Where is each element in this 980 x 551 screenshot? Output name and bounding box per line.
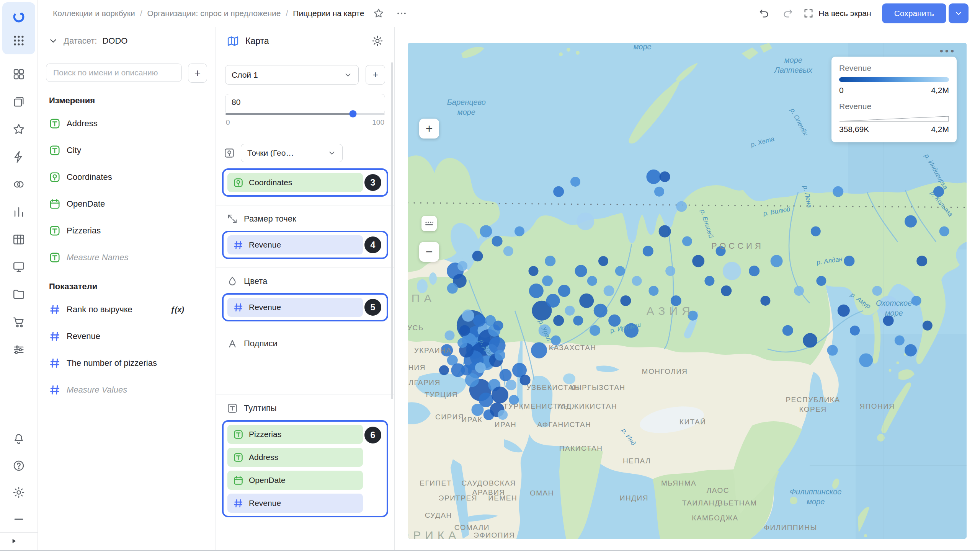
ruler-button[interactable]	[421, 216, 437, 231]
pizzeria-point[interactable]	[457, 261, 467, 271]
field-chip-revenue[interactable]: Revenue	[227, 494, 363, 513]
pizzeria-point[interactable]	[883, 315, 894, 326]
pizzeria-point[interactable]	[879, 296, 898, 316]
pizzeria-point[interactable]	[579, 293, 594, 308]
pizzeria-point[interactable]	[671, 295, 681, 306]
collapse-rail-icon[interactable]	[10, 510, 28, 528]
favorites-icon[interactable]	[10, 120, 28, 139]
fullscreen-button[interactable]: На весь экран	[803, 8, 871, 19]
pizzeria-point[interactable]	[782, 325, 793, 336]
pizzeria-point[interactable]	[816, 276, 826, 286]
save-button[interactable]: Сохранить	[882, 3, 946, 23]
pizzeria-point[interactable]	[872, 286, 882, 296]
field-item-revenue[interactable]: Revenue	[38, 323, 216, 350]
pizzeria-point[interactable]	[590, 325, 600, 336]
pizzeria-point[interactable]	[545, 256, 555, 266]
geotype-select[interactable]: Точки (Гео…	[241, 144, 343, 162]
pizzeria-point[interactable]	[570, 177, 580, 187]
pizzeria-point[interactable]	[553, 186, 564, 197]
pizzeria-point[interactable]	[565, 306, 575, 316]
console-toggle[interactable]	[0, 532, 38, 550]
pizzeria-point[interactable]	[587, 276, 597, 286]
save-options-button[interactable]	[949, 3, 969, 23]
pizzeria-point[interactable]	[859, 353, 873, 367]
apps-grid-icon[interactable]	[10, 31, 28, 50]
pizzeria-point[interactable]	[500, 369, 512, 381]
pizzeria-point[interactable]	[553, 315, 564, 326]
marketplace-icon[interactable]	[10, 313, 28, 331]
pizzeria-point[interactable]	[654, 187, 664, 197]
pizzeria-point[interactable]	[794, 286, 804, 296]
datalens-logo[interactable]	[10, 8, 28, 26]
pizzeria-point[interactable]	[716, 246, 726, 256]
field-item-city[interactable]: City	[38, 137, 216, 164]
field-chip-pizzerias[interactable]: Pizzerias	[227, 425, 363, 444]
pizzeria-point[interactable]	[911, 296, 921, 306]
pizzeria-point[interactable]	[827, 345, 838, 356]
notifications-icon[interactable]	[10, 430, 28, 448]
pizzeria-point[interactable]	[923, 321, 933, 331]
connections-icon[interactable]	[10, 175, 28, 194]
pizzeria-point[interactable]	[493, 321, 503, 331]
datasets-icon[interactable]	[10, 230, 28, 249]
breadcrumb-item[interactable]: Организации: спрос и предложение	[147, 9, 281, 18]
pizzeria-point[interactable]	[844, 256, 854, 266]
field-item-address[interactable]: Address	[38, 110, 216, 137]
more-actions-icon[interactable]	[393, 5, 410, 22]
pizzeria-point[interactable]	[916, 256, 927, 266]
pizzeria-point[interactable]	[895, 336, 905, 346]
pizzeria-point[interactable]	[441, 344, 453, 357]
pizzeria-point[interactable]	[529, 266, 539, 276]
pizzeria-point[interactable]	[760, 296, 770, 306]
opacity-input[interactable]: 80	[225, 94, 385, 114]
field-chip-revenue[interactable]: Revenue	[227, 235, 363, 254]
pizzeria-point[interactable]	[598, 256, 608, 266]
pizzeria-point[interactable]	[803, 333, 817, 348]
pizzeria-point[interactable]	[838, 305, 850, 317]
map-canvas[interactable]: мореморе ЛаптевыхБаренцево мореОхотское …	[408, 43, 967, 539]
field-item-pizzerias[interactable]: Pizzerias	[38, 217, 216, 244]
pizzeria-point[interactable]	[498, 410, 508, 420]
pizzeria-point[interactable]	[833, 186, 843, 197]
field-search-input[interactable]	[46, 64, 182, 82]
pizzeria-point[interactable]	[509, 395, 519, 405]
field-item-the-number-of-pizzerias[interactable]: The number of pizzerias	[38, 350, 216, 377]
pizzeria-point[interactable]	[850, 326, 860, 336]
pizzeria-point[interactable]	[604, 285, 614, 296]
pizzeria-point[interactable]	[520, 375, 531, 385]
pizzeria-point[interactable]	[676, 201, 687, 212]
pizzeria-point[interactable]	[615, 266, 625, 276]
pizzeria-point[interactable]	[546, 294, 560, 308]
pizzeria-point[interactable]	[723, 262, 741, 280]
pizzeria-point[interactable]	[551, 336, 561, 346]
field-item-measure-names[interactable]: Measure Names	[38, 244, 216, 271]
pizzeria-point[interactable]	[503, 246, 513, 256]
pizzeria-point[interactable]	[771, 255, 783, 267]
pizzeria-point[interactable]	[542, 276, 553, 286]
help-icon[interactable]	[10, 456, 28, 475]
field-item-coordinates[interactable]: Coordinates	[38, 164, 216, 191]
pizzeria-point[interactable]	[749, 266, 760, 276]
pizzeria-point[interactable]	[529, 284, 544, 298]
pizzeria-point[interactable]	[905, 344, 917, 357]
chart-settings-gear-icon[interactable]	[371, 35, 384, 47]
field-chip-coordinates[interactable]: Coordinates	[227, 173, 363, 192]
services-icon[interactable]	[10, 341, 28, 359]
pizzeria-point[interactable]	[704, 276, 714, 286]
undo-icon[interactable]	[756, 5, 773, 22]
pizzeria-point[interactable]	[643, 246, 653, 256]
panel-scrollbar[interactable]	[391, 62, 393, 399]
pizzeria-point[interactable]	[632, 276, 642, 286]
pizzeria-point[interactable]	[558, 285, 570, 297]
pizzeria-point[interactable]	[620, 295, 631, 306]
pizzeria-point[interactable]	[933, 186, 944, 197]
monitoring-icon[interactable]	[10, 258, 28, 276]
pizzeria-point[interactable]	[472, 404, 484, 416]
labels-section[interactable]: Подписи	[216, 330, 394, 395]
pizzeria-point[interactable]	[475, 362, 486, 373]
pizzeria-point[interactable]	[451, 363, 465, 377]
pizzeria-point[interactable]	[492, 236, 503, 246]
field-chip-address[interactable]: Address	[227, 448, 363, 467]
pizzeria-point[interactable]	[665, 266, 675, 276]
dataset-name[interactable]: DODO	[102, 36, 127, 46]
